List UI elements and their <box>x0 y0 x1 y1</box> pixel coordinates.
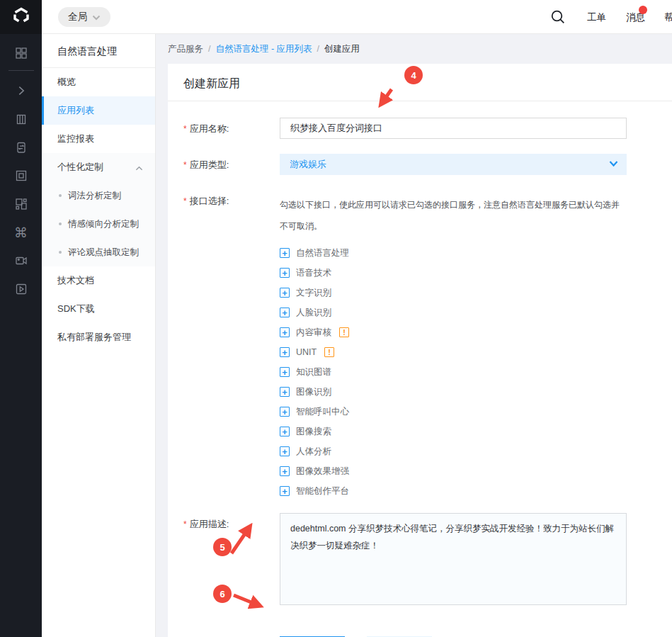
interface-tree: 自然语言处理 语音技术 文字 <box>280 243 627 501</box>
breadcrumb-app-list-link[interactable]: 自然语言处理 - 应用列表 <box>215 43 312 55</box>
sidebar-item-label: 个性化定制 <box>57 161 103 174</box>
topbar-ticket-link[interactable]: 工单 <box>587 11 606 24</box>
rail-divider <box>8 70 34 71</box>
sidebar-menu: 概览 应用列表 监控报表 个性化定制 <box>42 68 155 351</box>
camera-icon[interactable] <box>0 247 42 275</box>
app-name-row: *应用名称: <box>183 118 672 139</box>
baidu-cloud-logo-icon <box>11 5 32 29</box>
interface-tree-item: 语音技术 <box>280 263 627 283</box>
play-square-icon[interactable] <box>0 275 42 303</box>
breadcrumb-products[interactable]: 产品服务 <box>168 43 203 55</box>
sidebar-item[interactable]: 技术文档 <box>42 266 155 295</box>
interface-item-label[interactable]: 文字识别 <box>296 287 331 299</box>
interface-tree-item: 智能呼叫中心 <box>280 402 627 422</box>
plus-expand-icon[interactable] <box>280 327 290 337</box>
service-sidebar: 自然语言处理 概览 应用列表 监控报表 个性化定制 <box>42 34 156 637</box>
interface-tree-item: 文字识别 <box>280 283 627 303</box>
sidebar-item[interactable]: 词法分析定制 <box>42 181 155 210</box>
baidu-cloud-logo[interactable] <box>0 0 42 34</box>
interface-tree-item: 人脸识别 <box>280 303 627 322</box>
app-desc-label: *应用描述: <box>183 513 280 531</box>
interface-tree-item: 内容审核 ! <box>280 322 627 342</box>
interface-select-row: *接口选择: 勾选以下接口，使此应用可以请求已勾选的接口服务，注意自然语言处理服… <box>183 194 672 501</box>
plus-expand-icon[interactable] <box>280 407 290 417</box>
message-notification-dot <box>639 6 647 14</box>
sidebar-item-label: 词法分析定制 <box>68 190 121 202</box>
plus-expand-icon[interactable] <box>280 288 290 298</box>
grid-alt-icon[interactable] <box>0 190 42 218</box>
sidebar-item-label: SDK下载 <box>57 303 95 315</box>
interface-tree-item: 人体分析 <box>280 441 627 461</box>
sidebar-item[interactable]: 个性化定制 <box>42 153 155 181</box>
sidebar-item[interactable]: 私有部署服务管理 <box>42 323 155 351</box>
interface-item-label[interactable]: 图像效果增强 <box>296 466 349 478</box>
plus-expand-icon[interactable] <box>280 486 290 496</box>
page-title: 创建新应用 <box>168 64 672 101</box>
plus-expand-icon[interactable] <box>280 387 290 397</box>
region-label: 全局 <box>68 11 87 23</box>
document-icon[interactable] <box>0 133 42 162</box>
command-icon[interactable]: ⌘ <box>0 218 42 247</box>
interface-item-label[interactable]: 人体分析 <box>296 446 331 458</box>
sidebar-item[interactable]: 情感倾向分析定制 <box>42 210 155 238</box>
app-type-select[interactable]: 游戏娱乐 <box>280 154 627 175</box>
plus-expand-icon[interactable] <box>280 446 290 456</box>
interface-item-label[interactable]: 智能创作平台 <box>296 485 349 497</box>
frame-icon[interactable] <box>0 162 42 190</box>
interface-item-label[interactable]: 内容审核 <box>296 327 331 339</box>
main-content: 产品服务 / 自然语言处理 - 应用列表 / 创建应用 创建新应用 *应用名称:… <box>156 34 672 637</box>
interface-tree-item: 图像效果增强 <box>280 461 627 481</box>
warning-exclamation-icon: ! <box>324 347 334 357</box>
interface-tree-item: 智能创作平台 <box>280 481 627 501</box>
sidebar-item-label: 应用列表 <box>57 104 94 117</box>
interface-description: 勾选以下接口，使此应用可以请求已勾选的接口服务，注意自然语言处理服务已默认勾选并… <box>280 194 625 237</box>
plus-expand-icon[interactable] <box>280 466 290 476</box>
sidebar-item[interactable]: 应用列表 <box>42 96 155 125</box>
sidebar-item[interactable]: 监控报表 <box>42 125 155 153</box>
interface-item-label[interactable]: 知识图谱 <box>296 366 331 378</box>
bullet-icon <box>59 194 62 197</box>
sidebar-item[interactable]: 概览 <box>42 68 155 96</box>
plus-expand-icon[interactable] <box>280 268 290 278</box>
interface-item-label[interactable]: 语音技术 <box>296 267 331 279</box>
bullet-icon <box>59 251 62 254</box>
interface-item-label[interactable]: UNIT <box>296 347 317 357</box>
required-marker: * <box>183 124 187 134</box>
plus-expand-icon[interactable] <box>280 367 290 377</box>
interface-tree-item: 图像搜索 <box>280 422 627 441</box>
breadcrumb-current: 创建应用 <box>324 43 360 55</box>
sidebar-item-label: 技术文档 <box>57 274 94 287</box>
plus-expand-icon[interactable] <box>280 347 290 357</box>
app-type-selected-value: 游戏娱乐 <box>290 158 326 171</box>
chevron-down-icon <box>92 12 101 23</box>
interface-item-label[interactable]: 图像识别 <box>296 386 331 398</box>
search-icon[interactable] <box>549 9 566 26</box>
chevron-up-icon <box>135 163 143 174</box>
plus-expand-icon[interactable] <box>280 427 290 436</box>
required-marker: * <box>183 196 187 206</box>
plus-expand-icon[interactable] <box>280 248 290 258</box>
sidebar-item[interactable]: 评论观点抽取定制 <box>42 238 155 266</box>
building-icon[interactable] <box>0 105 42 133</box>
chevron-right-icon[interactable] <box>0 77 42 105</box>
sidebar-item-label: 概览 <box>57 76 76 89</box>
sidebar-item-label: 私有部署服务管理 <box>57 331 131 344</box>
dashboard-grid-icon[interactable] <box>0 39 42 67</box>
interface-tree-item: 自然语言处理 <box>280 243 627 263</box>
app-desc-row: *应用描述: dedehtml.com 分享织梦技术心得笔记，分享织梦实战开发经… <box>183 513 672 608</box>
app-desc-textarea[interactable]: dedehtml.com 分享织梦技术心得笔记，分享织梦实战开发经验！致力于为站… <box>280 513 627 605</box>
sidebar-item-label: 监控报表 <box>57 133 94 145</box>
topbar-help-link[interactable]: 帮 <box>664 11 672 24</box>
interface-item-label[interactable]: 自然语言处理 <box>296 247 349 259</box>
region-selector[interactable]: 全局 <box>58 7 110 27</box>
plus-expand-icon[interactable] <box>280 308 290 317</box>
interface-item-label[interactable]: 人脸识别 <box>296 307 331 319</box>
sidebar-item[interactable]: SDK下载 <box>42 295 155 323</box>
app-type-row: *应用类型: 游戏娱乐 <box>183 154 672 175</box>
interface-item-label[interactable]: 图像搜索 <box>296 426 331 438</box>
app-name-input[interactable] <box>280 118 627 139</box>
interface-item-label[interactable]: 智能呼叫中心 <box>296 406 349 418</box>
sidebar-title: 自然语言处理 <box>42 34 155 68</box>
app-type-label: *应用类型: <box>183 154 280 171</box>
interface-select-label: *接口选择: <box>183 194 280 208</box>
